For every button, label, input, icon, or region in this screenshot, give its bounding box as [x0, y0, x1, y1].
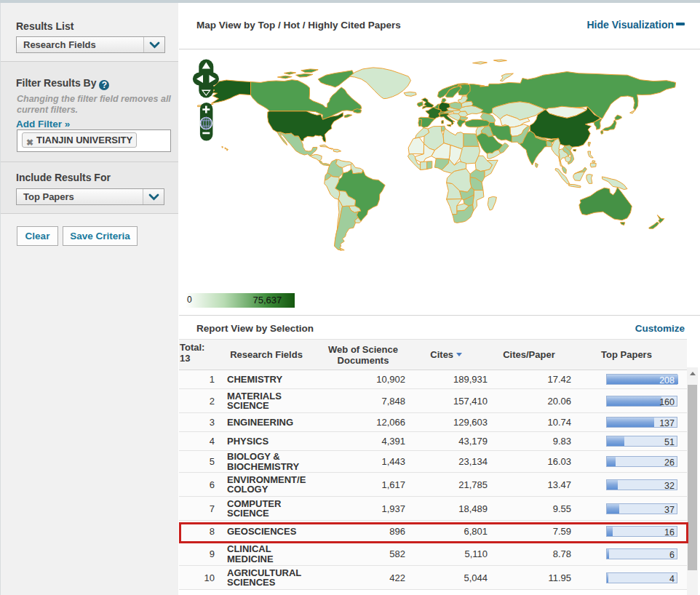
svg-text:75,637: 75,637 — [253, 295, 282, 306]
svg-text:0: 0 — [187, 295, 192, 305]
